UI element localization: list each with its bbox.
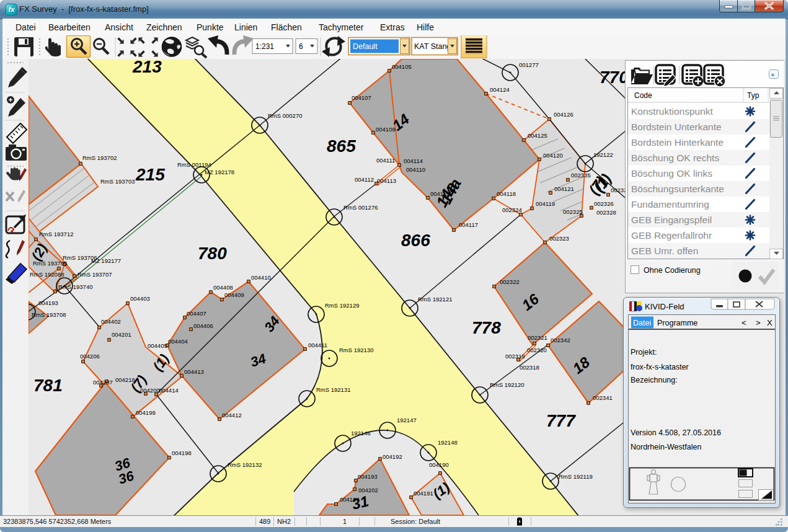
svg-text:RmS 192132: RmS 192132 <box>228 461 262 468</box>
svg-text:Bordstein Unterkante: Bordstein Unterkante <box>631 122 722 132</box>
svg-text:004107: 004107 <box>352 94 371 101</box>
svg-text:004124: 004124 <box>490 86 510 93</box>
svg-text:RmS 192131: RmS 192131 <box>316 386 350 393</box>
svg-text:004201: 004201 <box>112 331 131 338</box>
svg-text:004410: 004410 <box>251 274 271 281</box>
svg-text:004407: 004407 <box>187 310 206 317</box>
svg-text:004109: 004109 <box>376 126 396 133</box>
svg-text:Bezeichnung:: Bezeichnung: <box>631 376 678 384</box>
svg-text:004406: 004406 <box>193 322 213 329</box>
svg-text:004126: 004126 <box>554 111 573 118</box>
svg-text:RmS 193708: RmS 193708 <box>32 311 66 318</box>
svg-text:1:231: 1:231 <box>255 42 274 51</box>
svg-text:002323: 002323 <box>549 235 569 242</box>
svg-text:Böschung OK rechts: Böschung OK rechts <box>631 153 719 163</box>
svg-text:004121: 004121 <box>554 185 574 192</box>
svg-text:778: 778 <box>472 318 501 337</box>
svg-text:GEB Eingangspfeil: GEB Eingangspfeil <box>631 215 712 225</box>
svg-text:RmS 192121: RmS 192121 <box>418 296 452 303</box>
svg-text:Konstruktionspunkt: Konstruktionspunkt <box>631 106 714 117</box>
svg-text:004198: 004198 <box>172 450 192 456</box>
svg-text:002318: 002318 <box>520 364 539 371</box>
svg-text:004105: 004105 <box>392 63 412 70</box>
svg-text:KAT Stanɠ: KAT Stanɠ <box>414 42 451 51</box>
svg-text:MZ 192178: MZ 192178 <box>205 169 234 175</box>
svg-text:RmS 192119: RmS 192119 <box>559 473 593 480</box>
svg-text:192122: 192122 <box>593 151 613 158</box>
svg-text:Version 4.508, 27.05.2016: Version 4.508, 27.05.2016 <box>631 428 721 437</box>
svg-text:Böschung OK links: Böschung OK links <box>631 168 712 179</box>
svg-text:Typ: Typ <box>747 91 759 100</box>
svg-text:004199: 004199 <box>136 409 156 416</box>
svg-text:Code: Code <box>634 91 652 100</box>
svg-text:Projekt:: Projekt: <box>631 348 657 357</box>
svg-text:004413: 004413 <box>184 368 204 375</box>
svg-text:004403: 004403 <box>130 295 150 302</box>
svg-text:192147: 192147 <box>397 417 417 423</box>
svg-text:004405: 004405 <box>148 342 167 349</box>
svg-text:002342: 002342 <box>551 337 570 344</box>
svg-text:»: » <box>771 71 775 78</box>
svg-text:RmS 193707: RmS 193707 <box>77 271 112 278</box>
svg-text:RmS 193702: RmS 193702 <box>82 154 117 161</box>
svg-text:002328: 002328 <box>596 209 616 216</box>
svg-text:frox-fx-s-kataster: frox-fx-s-kataster <box>631 363 689 371</box>
svg-text:004192: 004192 <box>383 453 402 460</box>
svg-text:004402: 004402 <box>101 318 121 325</box>
svg-text:004414: 004414 <box>159 387 179 394</box>
svg-text:002325: 002325 <box>563 208 583 215</box>
svg-text:192148: 192148 <box>438 439 458 446</box>
svg-text:004118: 004118 <box>497 190 516 197</box>
svg-text:004206: 004206 <box>80 353 100 360</box>
svg-text:002335: 002335 <box>571 172 591 179</box>
svg-text:002341: 002341 <box>593 394 613 401</box>
svg-text:RmS 000270: RmS 000270 <box>268 112 302 119</box>
svg-text:002321: 002321 <box>528 334 547 341</box>
svg-text:004193: 004193 <box>358 473 378 480</box>
svg-text:004202: 004202 <box>358 487 378 494</box>
svg-text:004112: 004112 <box>355 176 374 183</box>
svg-text:002322: 002322 <box>500 278 520 285</box>
svg-text:X: X <box>767 318 773 327</box>
svg-text:RmS 192130: RmS 192130 <box>339 347 373 353</box>
svg-text:780: 780 <box>198 244 227 263</box>
svg-text:865: 865 <box>327 136 356 156</box>
svg-text:RmS 192088: RmS 192088 <box>30 271 64 278</box>
svg-text:RmS 193712: RmS 193712 <box>39 231 73 237</box>
svg-text:004113: 004113 <box>377 177 396 184</box>
svg-text:Ohne Codierung: Ohne Codierung <box>644 266 701 275</box>
svg-text:RmS 193703: RmS 193703 <box>100 178 135 185</box>
svg-text:213: 213 <box>132 59 162 76</box>
svg-text:004110: 004110 <box>406 166 425 173</box>
svg-text:002320: 002320 <box>527 347 547 353</box>
svg-text:004193: 004193 <box>38 299 58 306</box>
svg-text:MZ 192177: MZ 192177 <box>91 257 121 264</box>
svg-text:004119: 004119 <box>536 200 555 207</box>
svg-text:002319: 002319 <box>505 353 525 360</box>
svg-text:781: 781 <box>33 376 63 395</box>
svg-text:004111: 004111 <box>376 157 395 164</box>
svg-text:002326: 002326 <box>594 200 614 207</box>
svg-text:Böschungsunterkante: Böschungsunterkante <box>631 184 724 194</box>
svg-text:GEB Regenfallrohr: GEB Regenfallrohr <box>631 230 712 241</box>
svg-text:GEB Umr. offen: GEB Umr. offen <box>631 246 698 256</box>
svg-text:004117: 004117 <box>459 221 478 228</box>
svg-text:Default: Default <box>353 42 378 51</box>
svg-text:866: 866 <box>401 231 430 250</box>
svg-text:215: 215 <box>135 165 165 184</box>
svg-text:RmS 192120: RmS 192120 <box>490 381 524 388</box>
svg-text:Datei: Datei <box>633 319 651 327</box>
svg-text:004191: 004191 <box>414 490 433 497</box>
svg-text:Bordstein Hinterkante: Bordstein Hinterkante <box>631 137 724 148</box>
svg-text:004207: 004207 <box>93 379 113 386</box>
svg-text:Fundamentumring: Fundamentumring <box>631 199 709 210</box>
svg-text:004114: 004114 <box>404 157 423 164</box>
svg-text:004120: 004120 <box>543 152 563 159</box>
svg-text:004409: 004409 <box>224 291 244 298</box>
svg-text:RmS 001276: RmS 001276 <box>343 204 378 211</box>
svg-text:192146: 192146 <box>351 430 371 437</box>
svg-text:004404: 004404 <box>168 338 188 345</box>
svg-text:004408: 004408 <box>213 284 233 291</box>
svg-text:Programme: Programme <box>657 319 697 327</box>
svg-text:004190: 004190 <box>429 461 449 468</box>
